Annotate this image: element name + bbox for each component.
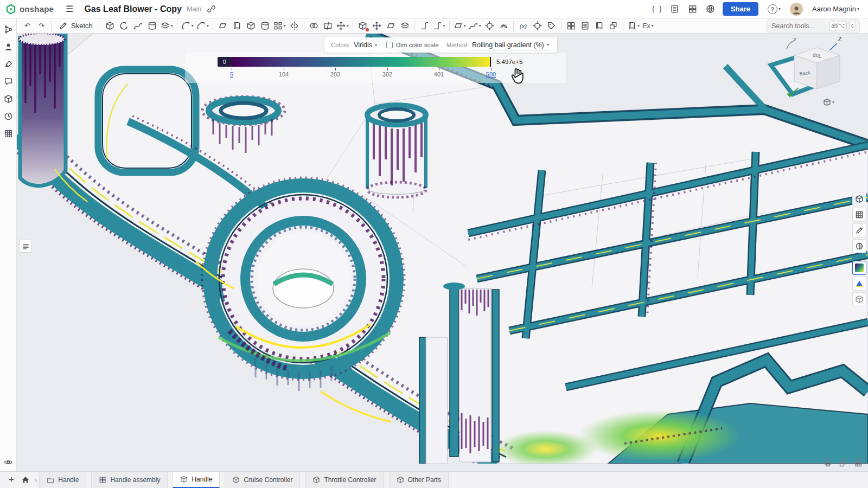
onshape-logo-icon	[5, 4, 16, 15]
branch-label[interactable]: Main	[187, 5, 201, 13]
3d-viewport[interactable]: Colors Viridis ▾ Dim color scale Method …	[17, 34, 868, 471]
sweep-button[interactable]	[131, 20, 145, 33]
method-label: Method	[446, 42, 467, 48]
linear-pattern-button[interactable]: ▾	[272, 20, 287, 33]
insert-derived-button[interactable]	[564, 20, 578, 33]
tab-handle-part-studio[interactable]: Handle	[173, 472, 220, 488]
draft-analysis-icon[interactable]	[852, 277, 866, 291]
parts-panel-icon[interactable]	[2, 93, 14, 105]
curvature-settings-bar: Colors Viridis ▾ Dim color scale Method …	[324, 37, 557, 53]
grid-settings-icon[interactable]	[854, 459, 863, 469]
boolean-button[interactable]	[307, 20, 321, 33]
extrude-button[interactable]	[103, 20, 117, 33]
tab-other-parts[interactable]: Other Parts	[389, 472, 449, 488]
redo-button[interactable]: ↷	[35, 20, 48, 33]
sketch-button[interactable]: Sketch	[54, 20, 97, 33]
tab-handle-assembly[interactable]: Handle assembly	[91, 472, 168, 488]
versions-history-icon[interactable]	[2, 23, 14, 35]
dim-color-scale-label: Dim color scale	[396, 42, 439, 48]
follow-mode-icon[interactable]	[2, 41, 14, 53]
helix-button[interactable]	[497, 20, 510, 33]
duplicate-view-icon[interactable]	[839, 459, 847, 469]
curve-button[interactable]: ▾	[468, 20, 482, 33]
scale-tick-min-input[interactable]: 5	[230, 71, 233, 78]
release-tasks-icon[interactable]	[669, 3, 681, 15]
tag-button[interactable]	[545, 20, 558, 33]
mate-connector-button[interactable]	[531, 20, 544, 33]
replace-face-button[interactable]	[384, 20, 398, 33]
chamfer-button[interactable]: ▾	[195, 20, 210, 33]
tables-icon[interactable]	[2, 127, 14, 139]
split-button[interactable]	[321, 20, 335, 33]
learning-center-icon[interactable]	[705, 3, 717, 15]
export-button[interactable]	[607, 20, 620, 33]
loft-button[interactable]	[145, 20, 159, 33]
rib-button[interactable]	[230, 20, 244, 33]
section-view-icon[interactable]	[852, 239, 866, 253]
show-hide-icon[interactable]	[2, 456, 14, 468]
search-tools-input[interactable]	[770, 22, 827, 30]
scale-tick-max-input[interactable]: 500	[486, 71, 496, 78]
flange-button[interactable]: ▾	[432, 20, 446, 33]
tab-cruise-controller[interactable]: Cruise Controller	[225, 472, 300, 488]
view-menu-button[interactable]: ▾	[820, 98, 838, 107]
main-menu-icon[interactable]: ☰	[62, 3, 76, 15]
feature-list-toggle[interactable]	[19, 240, 32, 253]
hole-button[interactable]	[258, 20, 272, 33]
share-link-icon[interactable]	[205, 3, 217, 15]
undo-button[interactable]: ↶	[21, 20, 34, 33]
custom-features-button[interactable]: Ex▾	[641, 20, 655, 33]
scale-tick	[439, 68, 439, 70]
transform-button[interactable]: ▾	[335, 20, 350, 33]
tab-manager-button[interactable]	[18, 472, 33, 488]
delete-badge	[366, 28, 369, 31]
scale-tick	[335, 68, 336, 70]
move-face-button[interactable]	[370, 20, 384, 33]
shell-button[interactable]	[244, 20, 258, 33]
user-menu[interactable]: Aaron Magnin ▾	[809, 4, 863, 14]
named-views-button[interactable]	[592, 20, 606, 33]
app-store-icon[interactable]	[687, 3, 699, 15]
surface-button[interactable]: ▾	[452, 20, 467, 33]
scale-tick-label: 401	[434, 71, 444, 78]
thicken-icon	[161, 21, 170, 30]
tab-throttle-controller[interactable]: Throttle Controller	[305, 472, 384, 488]
named-views-icon[interactable]	[852, 208, 866, 222]
featurescript-icon[interactable]: { }	[651, 3, 663, 15]
share-button[interactable]: Share	[723, 2, 758, 16]
onshape-logo[interactable]: onshape	[5, 4, 54, 15]
variable-button[interactable]: (x)	[516, 20, 530, 33]
mirror-button[interactable]	[288, 20, 301, 33]
color-scheme-dropdown[interactable]: Viridis ▾	[352, 40, 379, 50]
rotate-left-arrow-icon[interactable]	[787, 40, 795, 49]
helix-icon	[499, 21, 508, 30]
chamfer-icon	[196, 21, 206, 30]
comments-icon[interactable]	[2, 75, 14, 87]
tab-handle-folder[interactable]: Handle	[39, 472, 86, 488]
method-dropdown[interactable]: Rolling ball gradient (%) ▾	[470, 40, 551, 50]
revolve-button[interactable]	[117, 20, 131, 33]
curvature-analysis-icon[interactable]	[852, 261, 866, 275]
appearance-icon[interactable]	[2, 58, 14, 70]
display-options-icon[interactable]	[852, 192, 866, 206]
thicken-button[interactable]: ▾	[159, 20, 174, 33]
thickness-analysis-icon[interactable]	[852, 292, 866, 306]
dim-color-scale-checkbox[interactable]	[386, 42, 393, 48]
standard-content-button[interactable]: ▾	[626, 20, 641, 33]
project-curve-button[interactable]	[483, 20, 496, 33]
dropdown-caret-icon: ▾	[479, 23, 481, 28]
draft-button[interactable]	[216, 20, 229, 33]
edit-analysis-icon[interactable]	[852, 223, 866, 237]
offset-surface-button[interactable]	[398, 20, 412, 33]
delete-face-button[interactable]	[356, 20, 369, 33]
sheet-metal-button[interactable]	[418, 20, 431, 33]
view-cube[interactable]: Top Back Z	[782, 34, 845, 105]
help-menu[interactable]: ? ▾	[764, 4, 784, 15]
fillet-button[interactable]: ▾	[180, 20, 195, 33]
z-axis-line	[789, 88, 799, 95]
user-avatar[interactable]	[790, 3, 803, 16]
add-tab-button[interactable]: +	[4, 472, 18, 488]
print-preview-icon[interactable]	[824, 459, 832, 469]
history-icon[interactable]	[2, 110, 14, 122]
bom-button[interactable]	[578, 20, 592, 33]
